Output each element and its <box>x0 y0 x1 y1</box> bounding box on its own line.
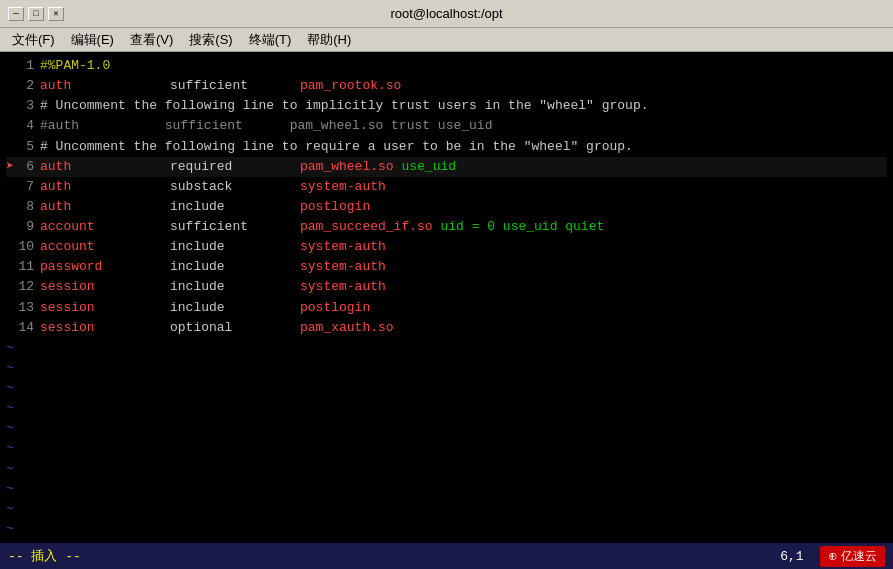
menu-terminal[interactable]: 终端(T) <box>241 29 300 51</box>
pam-control: sufficient <box>170 217 300 237</box>
tilde-line: ~ <box>6 338 887 358</box>
pam-type: auth <box>40 177 170 197</box>
tilde-char: ~ <box>6 398 14 418</box>
code-line: 6➤authrequiredpam_wheel.so use_uid <box>6 157 887 177</box>
tilde-char: ~ <box>6 499 14 519</box>
line-number: 5 <box>6 137 34 157</box>
pam-type: session <box>40 277 170 297</box>
code-line: 5# Uncomment the following line to requi… <box>6 137 887 157</box>
line-number: 13 <box>6 298 34 318</box>
current-line-arrow: ➤ <box>6 157 14 177</box>
pam-type: account <box>40 237 170 257</box>
code-line: 14sessionoptionalpam_xauth.so <box>6 318 887 338</box>
pam-type: account <box>40 217 170 237</box>
pam-control: include <box>170 277 300 297</box>
line-number: 11 <box>6 257 34 277</box>
tilde-line: ~ <box>6 479 887 499</box>
line-number: 9 <box>6 217 34 237</box>
code-line: 10accountincludesystem-auth <box>6 237 887 257</box>
pam-control: required <box>170 157 300 177</box>
pam-type: auth <box>40 157 170 177</box>
code-line: 8authincludepostlogin <box>6 197 887 217</box>
pam-module: postlogin <box>300 298 370 318</box>
code-line: 4#auth sufficient pam_wheel.so trust use… <box>6 116 887 136</box>
menu-search[interactable]: 搜索(S) <box>181 29 240 51</box>
code-line: 3# Uncomment the following line to impli… <box>6 96 887 116</box>
pam-control: substack <box>170 177 300 197</box>
pam-type: auth <box>40 197 170 217</box>
code-line: 9accountsufficientpam_succeed_if.so uid … <box>6 217 887 237</box>
pam-module: system-auth <box>300 237 386 257</box>
line-number: 3 <box>6 96 34 116</box>
line-number: 10 <box>6 237 34 257</box>
tilde-line: ~ <box>6 459 887 479</box>
pam-type: password <box>40 257 170 277</box>
pam-module: pam_succeed_if.so <box>300 217 440 237</box>
tilde-char: ~ <box>6 358 14 378</box>
pam-module: system-auth <box>300 177 386 197</box>
pam-control: include <box>170 237 300 257</box>
tilde-line: ~ <box>6 378 887 398</box>
code-line: 7authsubstacksystem-auth <box>6 177 887 197</box>
pam-control: optional <box>170 318 300 338</box>
code-line: 13sessionincludepostlogin <box>6 298 887 318</box>
line-number: 4 <box>6 116 34 136</box>
tilde-line: ~ <box>6 519 887 539</box>
menu-file[interactable]: 文件(F) <box>4 29 63 51</box>
tilde-char: ~ <box>6 519 14 539</box>
title-bar: ─ □ ✕ root@localhost:/opt <box>0 0 893 28</box>
line-number: 1 <box>6 56 34 76</box>
pam-module: pam_xauth.so <box>300 318 394 338</box>
vim-mode: -- 插入 -- <box>8 547 81 565</box>
line-number: 8 <box>6 197 34 217</box>
tilde-char: ~ <box>6 418 14 438</box>
pam-module: postlogin <box>300 197 370 217</box>
line-text: #%PAM-1.0 <box>40 56 110 76</box>
code-line: 2authsufficientpam_rootok.so <box>6 76 887 96</box>
tilde-line: ~ <box>6 398 887 418</box>
pam-control: include <box>170 257 300 277</box>
tilde-char: ~ <box>6 438 14 458</box>
pam-control: sufficient <box>170 76 300 96</box>
brand-logo: ⊕ 亿速云 <box>820 546 885 567</box>
pam-module: pam_wheel.so <box>300 157 401 177</box>
pam-extra: use_uid <box>401 157 456 177</box>
terminal-area[interactable]: 1#%PAM-1.02authsufficientpam_rootok.so3#… <box>0 52 893 543</box>
pam-control: include <box>170 197 300 217</box>
code-line: 11passwordincludesystem-auth <box>6 257 887 277</box>
pam-control: include <box>170 298 300 318</box>
tilde-char: ~ <box>6 479 14 499</box>
code-line: 1#%PAM-1.0 <box>6 56 887 76</box>
maximize-button[interactable]: □ <box>28 7 44 21</box>
tilde-line: ~ <box>6 418 887 438</box>
status-bar: -- 插入 -- 6,1 ⊕ 亿速云 <box>0 543 893 569</box>
pam-module: pam_rootok.so <box>300 76 401 96</box>
pam-module: system-auth <box>300 277 386 297</box>
cursor-position: 6,1 <box>780 549 803 564</box>
window-title: root@localhost:/opt <box>68 6 825 21</box>
line-number: 12 <box>6 277 34 297</box>
tilde-line: ~ <box>6 438 887 458</box>
tilde-char: ~ <box>6 338 14 358</box>
pam-type: session <box>40 298 170 318</box>
line-number: 7 <box>6 177 34 197</box>
menu-help[interactable]: 帮助(H) <box>299 29 359 51</box>
pam-extra: uid = 0 use_uid quiet <box>440 217 604 237</box>
tilde-line: ~ <box>6 358 887 378</box>
tilde-char: ~ <box>6 378 14 398</box>
line-text: # Uncomment the following line to requir… <box>40 137 633 157</box>
tilde-char: ~ <box>6 459 14 479</box>
menu-bar: 文件(F) 编辑(E) 查看(V) 搜索(S) 终端(T) 帮助(H) <box>0 28 893 52</box>
pam-type: session <box>40 318 170 338</box>
code-line: 12sessionincludesystem-auth <box>6 277 887 297</box>
line-text: #auth sufficient pam_wheel.so trust use_… <box>40 116 492 136</box>
pam-module: system-auth <box>300 257 386 277</box>
line-number: 2 <box>6 76 34 96</box>
line-text: # Uncomment the following line to implic… <box>40 96 649 116</box>
minimize-button[interactable]: ─ <box>8 7 24 21</box>
tilde-line: ~ <box>6 499 887 519</box>
close-button[interactable]: ✕ <box>48 7 64 21</box>
menu-edit[interactable]: 编辑(E) <box>63 29 122 51</box>
line-number: 14 <box>6 318 34 338</box>
menu-view[interactable]: 查看(V) <box>122 29 181 51</box>
